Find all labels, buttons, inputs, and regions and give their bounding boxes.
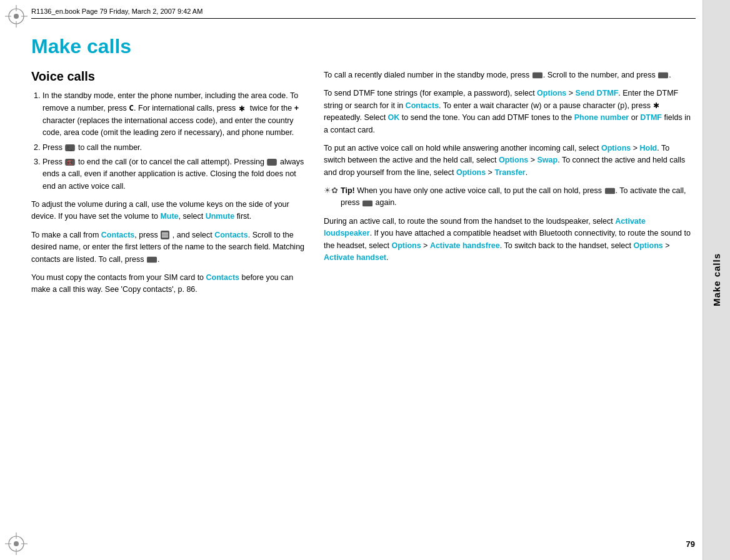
options-link-2: Options [601,144,631,152]
phone-number-link: Phone number [574,113,629,122]
step-2: Press 📞 to call the number. [42,142,306,154]
svg-text:📵: 📵 [67,159,73,166]
unmute-link: Unmute [206,212,235,221]
svg-text:📞: 📞 [67,144,73,151]
para3-right: To put an active voice call on hold whil… [324,142,692,179]
tip-box: ☀✿ Tip! When you have only one active vo… [324,185,692,209]
svg-rect-33 [147,256,157,262]
tip-text: Tip! When you have only one active voice… [341,185,692,209]
tip-label: Tip! [341,186,355,195]
options-link-6: Options [634,241,663,250]
sidebar-tab-label: Make calls [711,253,722,306]
dtmf-link: DTMF [640,113,662,122]
sidebar-tab: Make calls [702,0,730,560]
contacts-link-1: Contacts [101,231,134,239]
svg-point-13 [14,541,19,546]
options-link-3: Options [499,156,528,164]
steps-list: In the standby mode, enter the phone num… [31,90,306,192]
call-icon-tip2 [362,200,372,207]
swap-link: Swap [538,156,558,164]
header-text: R1136_en.book Page 79 Friday, March 2, 2… [31,8,202,15]
end-icon-step3: 📵 [65,159,75,166]
corner-mark-tl [5,5,28,28]
page-number: 79 [686,539,695,549]
header-bar: R1136_en.book Page 79 Friday, March 2, 2… [31,5,696,19]
contacts-link-3: Contacts [206,273,239,282]
call-icon-tip1 [605,188,615,194]
call-icon-para2 [147,256,157,263]
call-icon-right1 [532,72,542,79]
end-icon-step3b [267,159,277,166]
activate-handset-link: Activate handset [324,253,386,262]
call-icon-right2 [658,72,668,79]
call-icon-step2: 📞 [65,144,75,151]
tip-icon: ☀✿ [324,186,338,195]
para1-right: To call a recently dialed number in the … [324,69,692,81]
svg-rect-36 [605,188,615,194]
main-content: Make calls Voice calls In the standby mo… [31,25,692,535]
options-link-4: Options [456,168,486,177]
activate-loudspeaker-link: Activate loudspeaker [324,217,646,238]
svg-rect-34 [532,72,542,79]
corner-mark-bl [5,532,28,555]
para2-right: To send DTMF tone strings (for example, … [324,88,692,136]
hold-link: Hold [639,144,657,152]
contacts-menu-icon [161,231,169,239]
svg-rect-28 [268,159,278,166]
step-3: Press 📵 to end the call (or to cancel th… [42,156,306,192]
activate-handsfree-link: Activate handsfree [430,241,500,250]
contacts-link-2: Contacts [214,231,248,239]
page-title: Make calls [31,35,692,58]
section1-heading: Voice calls [31,69,306,84]
send-dtmf-link: Send DTMF [576,89,619,98]
para1-left: To adjust the volume during a call, use … [31,199,306,223]
para2-left: To make a call from Contacts, press , an… [31,229,306,266]
para4-right: During an active call, to route the soun… [324,216,692,264]
svg-rect-35 [658,72,668,79]
ok-link: OK [388,113,400,122]
options-link-5: Options [391,241,421,250]
two-column-layout: Voice calls In the standby mode, enter t… [31,69,692,535]
star-key-2: ✱ [653,100,659,112]
contacts-link-dtmf: Contacts [406,101,439,110]
mute-link: Mute [160,212,178,221]
transfer-link: Transfer [494,168,525,177]
svg-rect-37 [362,200,372,206]
right-column: To call a recently dialed number in the … [324,69,692,535]
options-link-1: Options [537,89,566,98]
para3-left: You must copy the contacts from your SIM… [31,272,306,296]
left-column: Voice calls In the standby mode, enter t… [31,69,306,535]
step-1: In the standby mode, enter the phone num… [42,90,306,139]
svg-point-1 [14,14,19,19]
star-key-1: ✱ [239,103,245,115]
